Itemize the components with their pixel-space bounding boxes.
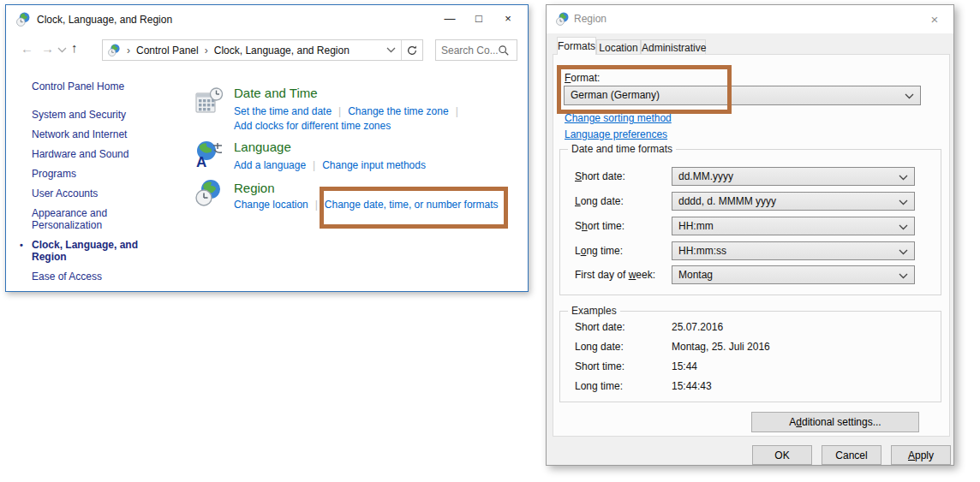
combo-chevron-icon [899, 224, 908, 230]
sidebar-item-hardware-sound[interactable]: Hardware and Sound [32, 148, 173, 160]
example-short-time-value: 15:44 [672, 360, 697, 372]
example-long-time-value: 15:44:43 [672, 380, 712, 392]
short-date-label: Short date: [575, 170, 625, 182]
cp-toolbar: ← → ↑ › Control Panel › Clock, Language,… [6, 37, 528, 62]
formats-tab-page: Format: German (Germany) Change sorting … [553, 54, 950, 437]
breadcrumb-separator: › [199, 45, 214, 57]
search-box[interactable] [435, 39, 517, 61]
date-time-formats-group: Date and time formats Short date: dd.MM.… [559, 149, 941, 295]
cp-sidebar: Control Panel Home System and Security N… [32, 80, 173, 290]
refresh-icon[interactable] [402, 40, 422, 60]
sidebar-item-network-internet[interactable]: Network and Internet [32, 128, 173, 140]
example-long-time-label: Long time: [575, 380, 623, 392]
region-icon [195, 179, 223, 206]
sidebar-item-control-panel-home[interactable]: Control Panel Home [32, 80, 173, 92]
link-change-time-zone[interactable]: Change the time zone [348, 105, 448, 117]
link-change-sorting-method[interactable]: Change sorting method [565, 112, 672, 124]
first-day-of-week-combobox[interactable]: Montag [672, 265, 915, 284]
cancel-button[interactable]: Cancel [822, 445, 881, 465]
date-time-links-row2: Add clocks for different time zones [234, 120, 391, 132]
highlight-box-change-formats-link [320, 187, 508, 229]
link-change-input-methods[interactable]: Change input methods [322, 159, 426, 171]
region-dialog-icon [556, 12, 570, 26]
forward-arrow-icon[interactable]: → [41, 41, 54, 56]
sidebar-item-system-security[interactable]: System and Security [32, 109, 173, 121]
breadcrumb-control-panel[interactable]: Control Panel [136, 45, 199, 57]
address-bar[interactable]: › Control Panel › Clock, Language, and R… [102, 39, 423, 61]
ok-button[interactable]: OK [752, 445, 812, 465]
combo-chevron-icon [899, 175, 908, 181]
short-date-combobox[interactable]: dd.MM.yyyy [672, 167, 915, 186]
breadcrumb-clock-language-region[interactable]: Clock, Language, and Region [214, 45, 350, 57]
example-short-time-label: Short time: [575, 360, 624, 372]
additional-settings-button[interactable]: Additional settings... [751, 412, 919, 432]
short-time-label: Short time: [575, 220, 624, 232]
sidebar-item-programs[interactable]: Programs [32, 168, 173, 180]
close-button[interactable]: × [493, 7, 523, 29]
tab-administrative[interactable]: Administrative [641, 39, 706, 54]
group-title-date-time-formats: Date and time formats [568, 143, 676, 155]
region-dialog-title: Region [574, 13, 607, 25]
clock-region-window-icon [16, 12, 31, 27]
sidebar-item-appearance-personalization[interactable]: Appearance and Personalization [32, 207, 152, 231]
highlight-box-format-dropdown [557, 65, 732, 114]
apply-button[interactable]: Apply [891, 445, 951, 465]
long-date-combobox[interactable]: dddd, d. MMMM yyyy [672, 192, 915, 211]
combo-chevron-icon [899, 273, 908, 279]
link-set-time-date[interactable]: Set the time and date [234, 105, 332, 117]
first-day-of-week-label: First day of week: [575, 269, 655, 281]
link-separator: | [332, 105, 348, 117]
search-icon [498, 45, 510, 57]
window-title: Clock, Language, and Region [37, 14, 172, 26]
tab-location[interactable]: Location [596, 39, 641, 54]
date-time-links-row1: Set the time and date | Change the time … [234, 105, 465, 117]
short-time-combobox[interactable]: HH:mm [672, 217, 915, 235]
link-change-location[interactable]: Change location [234, 199, 308, 211]
link-separator: | [449, 105, 465, 117]
language-icon: A [195, 140, 223, 168]
recent-pages-chevron-icon[interactable] [57, 47, 67, 53]
section-title-date-and-time[interactable]: Date and Time [234, 86, 318, 100]
example-short-date-label: Short date: [575, 321, 625, 333]
section-title-region[interactable]: Region [234, 181, 275, 195]
tab-formats[interactable]: Formats [557, 37, 596, 55]
svg-text:A: A [196, 154, 206, 168]
link-add-clocks[interactable]: Add clocks for different time zones [234, 120, 391, 132]
long-time-label: Long time: [575, 245, 623, 257]
cp-titlebar[interactable]: Clock, Language, and Region — □ × [6, 5, 528, 33]
back-arrow-icon[interactable]: ← [21, 41, 33, 56]
combo-chevron-icon [905, 93, 914, 99]
sidebar-item-clock-language-region[interactable]: • Clock, Language, and Region [32, 239, 173, 263]
breadcrumb-separator: › [121, 45, 136, 57]
search-input[interactable] [441, 45, 498, 57]
section-title-language[interactable]: Language [234, 140, 291, 154]
example-short-date-value: 25.07.2016 [672, 321, 723, 333]
group-title-examples: Examples [568, 305, 620, 317]
link-language-preferences[interactable]: Language preferences [565, 128, 667, 140]
control-panel-window: Clock, Language, and Region — □ × ← → ↑ … [5, 4, 529, 292]
desktop: Clock, Language, and Region — □ × ← → ↑ … [0, 0, 980, 482]
maximize-button[interactable]: □ [464, 7, 493, 29]
combo-chevron-icon [899, 249, 908, 255]
up-arrow-icon[interactable]: ↑ [71, 40, 78, 55]
combo-chevron-icon [899, 199, 908, 205]
region-dialog: Region × Formats Location Administrative… [546, 4, 954, 466]
minimize-button[interactable]: — [435, 7, 464, 29]
sidebar-item-ease-of-access[interactable]: Ease of Access [32, 271, 173, 283]
examples-group: Examples Short date: 25.07.2016 Long dat… [559, 311, 941, 402]
date-time-icon [195, 87, 223, 115]
example-long-date-value: Montag, 25. Juli 2016 [672, 341, 770, 353]
link-add-language[interactable]: Add a language [234, 159, 306, 171]
address-dropdown-chevron-icon[interactable] [380, 40, 401, 60]
active-item-bullet: • [20, 239, 23, 251]
dialog-close-button[interactable]: × [923, 9, 947, 29]
region-dialog-titlebar[interactable]: Region × [547, 5, 953, 33]
link-separator: | [306, 159, 322, 171]
language-links-row: Add a language | Change input methods [234, 159, 426, 171]
sidebar-item-user-accounts[interactable]: User Accounts [32, 187, 173, 199]
long-date-label: Long date: [575, 195, 624, 207]
address-location-icon [108, 44, 121, 57]
long-time-combobox[interactable]: HH:mm:ss [672, 241, 915, 260]
example-long-date-label: Long date: [575, 341, 624, 353]
